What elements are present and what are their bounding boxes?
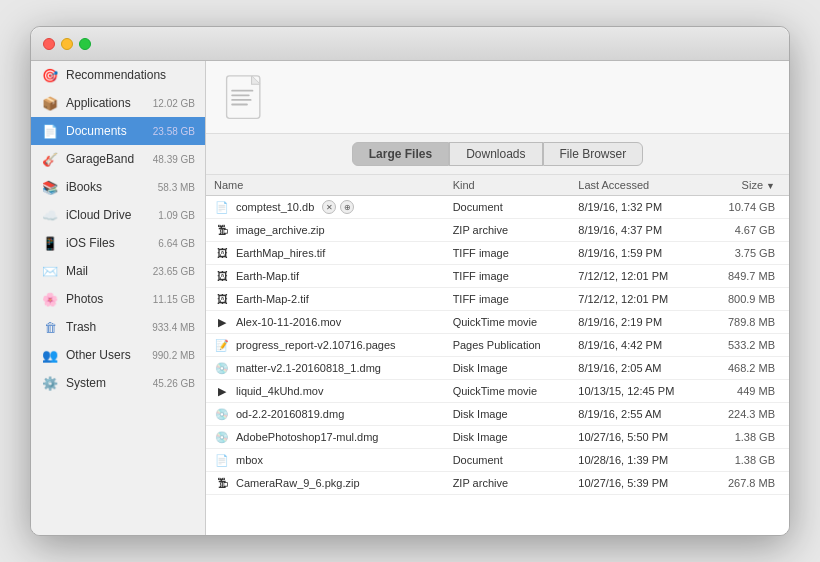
sidebar-item-ibooks[interactable]: 📚 iBooks 58.3 MB [31, 173, 205, 201]
file-accessed-cell: 10/13/15, 12:45 PM [570, 380, 705, 403]
sidebar-icon-icloud-drive: ☁️ [41, 206, 59, 224]
file-size-cell: 789.8 MB [706, 311, 789, 334]
file-kind-cell: TIFF image [445, 242, 571, 265]
file-name-cell: 📄 comptest_10.db ✕ ⊕ [206, 196, 445, 219]
sidebar-label: Applications [66, 96, 146, 110]
col-header-accessed[interactable]: Last Accessed [570, 175, 705, 196]
sidebar-icon-garageband: 🎸 [41, 150, 59, 168]
file-kind-cell: TIFF image [445, 288, 571, 311]
file-name: AdobePhotoshop17-mul.dmg [236, 431, 378, 443]
table-row[interactable]: 🗜 image_archive.zip ZIP archive 8/19/16,… [206, 219, 789, 242]
file-name-cell: 🗜 image_archive.zip [206, 219, 445, 242]
traffic-lights [43, 38, 91, 50]
sidebar-label: Photos [66, 292, 146, 306]
table-row[interactable]: 💿 od-2.2-20160819.dmg Disk Image 8/19/16… [206, 403, 789, 426]
table-row[interactable]: 💿 matter-v2.1-20160818_1.dmg Disk Image … [206, 357, 789, 380]
sidebar-size: 48.39 GB [153, 154, 195, 165]
file-type-icon: 🖼 [214, 268, 230, 284]
sidebar-icon-ibooks: 📚 [41, 178, 59, 196]
file-kind-cell: QuickTime movie [445, 380, 571, 403]
file-size-cell: 849.7 MB [706, 265, 789, 288]
table-row[interactable]: 📄 mbox Document 10/28/16, 1:39 PM 1.38 G… [206, 449, 789, 472]
file-type-icon: 💿 [214, 360, 230, 376]
close-button[interactable] [43, 38, 55, 50]
table-row[interactable]: 📝 progress_report-v2.10716.pages Pages P… [206, 334, 789, 357]
file-name: matter-v2.1-20160818_1.dmg [236, 362, 381, 374]
row-actions: ✕ ⊕ [322, 200, 354, 214]
sidebar-icon-system: ⚙️ [41, 374, 59, 392]
sidebar-icon-photos: 🌸 [41, 290, 59, 308]
file-type-icon: 📄 [214, 452, 230, 468]
sidebar-item-garageband[interactable]: 🎸 GarageBand 48.39 GB [31, 145, 205, 173]
search-btn[interactable]: ⊕ [340, 200, 354, 214]
sidebar-size: 6.64 GB [158, 238, 195, 249]
sidebar-label: iCloud Drive [66, 208, 151, 222]
file-kind-cell: Disk Image [445, 403, 571, 426]
file-type-icon: 🖼 [214, 245, 230, 261]
file-type-icon: 🗜 [214, 222, 230, 238]
sidebar-label: Recommendations [66, 68, 195, 82]
sidebar-icon-applications: 📦 [41, 94, 59, 112]
file-name-cell: 📄 mbox [206, 449, 445, 472]
sidebar-item-icloud-drive[interactable]: ☁️ iCloud Drive 1.09 GB [31, 201, 205, 229]
tab-downloads[interactable]: Downloads [449, 142, 542, 166]
col-header-name[interactable]: Name [206, 175, 445, 196]
file-name-cell: 📝 progress_report-v2.10716.pages [206, 334, 445, 357]
sidebar-label: Mail [66, 264, 146, 278]
svg-rect-4 [231, 104, 248, 106]
file-accessed-cell: 8/19/16, 2:55 AM [570, 403, 705, 426]
sidebar-item-applications[interactable]: 📦 Applications 12.02 GB [31, 89, 205, 117]
file-type-icon: 📄 [214, 199, 230, 215]
sidebar-item-photos[interactable]: 🌸 Photos 11.15 GB [31, 285, 205, 313]
file-name-cell: ▶ liquid_4kUhd.mov [206, 380, 445, 403]
file-kind-cell: Pages Publication [445, 334, 571, 357]
maximize-button[interactable] [79, 38, 91, 50]
sidebar-item-other-users[interactable]: 👥 Other Users 990.2 MB [31, 341, 205, 369]
col-header-kind[interactable]: Kind [445, 175, 571, 196]
col-header-size[interactable]: Size ▼ [706, 175, 789, 196]
file-name: image_archive.zip [236, 224, 325, 236]
sidebar-item-recommendations[interactable]: 🎯 Recommendations [31, 61, 205, 89]
table-row[interactable]: 🖼 EarthMap_hires.tif TIFF image 8/19/16,… [206, 242, 789, 265]
file-accessed-cell: 7/12/12, 12:01 PM [570, 288, 705, 311]
document-icon [222, 75, 270, 123]
file-name-cell: 🖼 EarthMap_hires.tif [206, 242, 445, 265]
minimize-button[interactable] [61, 38, 73, 50]
file-name-cell: ▶ Alex-10-11-2016.mov [206, 311, 445, 334]
sidebar-icon-recommendations: 🎯 [41, 66, 59, 84]
table-row[interactable]: 🖼 Earth-Map.tif TIFF image 7/12/12, 12:0… [206, 265, 789, 288]
file-name-cell: 💿 matter-v2.1-20160818_1.dmg [206, 357, 445, 380]
sidebar-item-trash[interactable]: 🗑 Trash 933.4 MB [31, 313, 205, 341]
table-row[interactable]: ▶ liquid_4kUhd.mov QuickTime movie 10/13… [206, 380, 789, 403]
table-row[interactable]: 💿 AdobePhotoshop17-mul.dmg Disk Image 10… [206, 426, 789, 449]
sort-arrow-icon: ▼ [766, 181, 775, 191]
file-kind-cell: TIFF image [445, 265, 571, 288]
table-row[interactable]: ▶ Alex-10-11-2016.mov QuickTime movie 8/… [206, 311, 789, 334]
tab-large-files[interactable]: Large Files [352, 142, 449, 166]
file-size-cell: 1.38 GB [706, 426, 789, 449]
sidebar-size: 58.3 MB [158, 182, 195, 193]
clear-btn[interactable]: ✕ [322, 200, 336, 214]
sidebar-size: 45.26 GB [153, 378, 195, 389]
sidebar-size: 11.15 GB [153, 294, 195, 305]
tab-file-browser[interactable]: File Browser [543, 142, 644, 166]
table-row[interactable]: 🗜 CameraRaw_9_6.pkg.zip ZIP archive 10/2… [206, 472, 789, 495]
table-row[interactable]: 🖼 Earth-Map-2.tif TIFF image 7/12/12, 12… [206, 288, 789, 311]
main-panel: Large Files Downloads File Browser Name … [206, 61, 789, 535]
sidebar-item-mail[interactable]: ✉️ Mail 23.65 GB [31, 257, 205, 285]
sidebar-item-ios-files[interactable]: 📱 iOS Files 6.64 GB [31, 229, 205, 257]
sidebar-label: Documents [66, 124, 146, 138]
file-size-cell: 224.3 MB [706, 403, 789, 426]
file-name-cell: 🖼 Earth-Map.tif [206, 265, 445, 288]
sidebar-item-system[interactable]: ⚙️ System 45.26 GB [31, 369, 205, 397]
sidebar-item-documents[interactable]: 📄 Documents 23.58 GB [31, 117, 205, 145]
file-size-cell: 449 MB [706, 380, 789, 403]
file-name: liquid_4kUhd.mov [236, 385, 323, 397]
table-row[interactable]: 📄 comptest_10.db ✕ ⊕ Document 8/19/16, 1… [206, 196, 789, 219]
file-kind-cell: Disk Image [445, 426, 571, 449]
sidebar-label: Other Users [66, 348, 145, 362]
file-kind-cell: Document [445, 449, 571, 472]
tabs-row: Large Files Downloads File Browser [206, 134, 789, 175]
file-table-container[interactable]: Name Kind Last Accessed Size ▼ 📄 comptes… [206, 175, 789, 535]
file-type-icon: 💿 [214, 429, 230, 445]
